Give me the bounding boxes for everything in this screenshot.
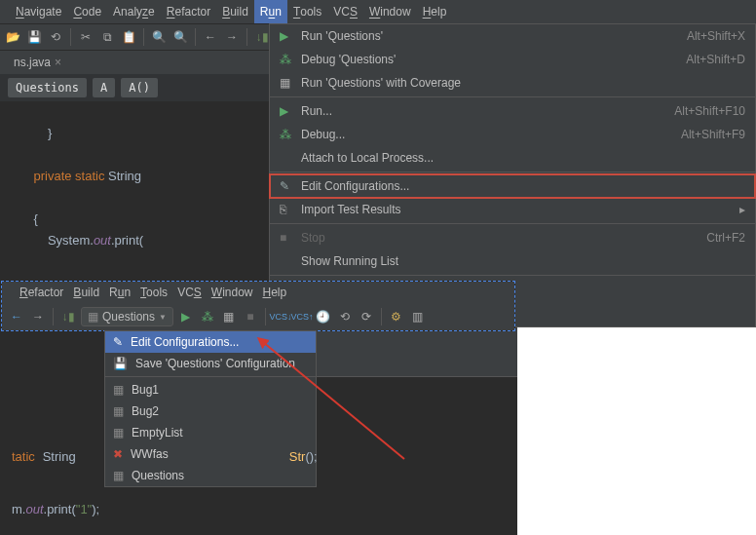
make-icon[interactable]: ↓▮	[59, 308, 77, 325]
structure-icon[interactable]: ▥	[409, 308, 427, 325]
ov-menu-vcs[interactable]: VCS	[177, 286, 202, 299]
cut-icon[interactable]: ✂	[77, 28, 94, 46]
breadcrumb-inner[interactable]: A	[93, 78, 115, 97]
save-icon[interactable]: 💾	[25, 28, 43, 46]
app-icon: ▦	[113, 426, 124, 439]
menu-analyze[interactable]: Analyze	[107, 0, 161, 23]
tab-label: ns.java	[14, 56, 51, 69]
ov-menu-window[interactable]: Window	[211, 286, 253, 299]
back-icon[interactable]: ←	[8, 308, 25, 325]
menu-edit-configurations[interactable]: ✎ Edit Configurations...	[270, 174, 755, 198]
stop-button: ■	[242, 308, 259, 325]
dd-label: Save 'Questions' Configuration	[135, 357, 295, 370]
separator	[70, 28, 71, 46]
second-window-overlay: Refactor Build Run Tools VCS Window Help…	[1, 281, 515, 331]
menu-build[interactable]: Build	[216, 0, 254, 23]
dd-item-bug1[interactable]: ▦ Bug1	[105, 379, 316, 401]
sync-icon[interactable]: ⟲	[47, 28, 64, 46]
dd-item-questions[interactable]: ▦ Questions	[105, 465, 316, 486]
dd-label: Bug2	[132, 404, 159, 418]
menu-debug-dots[interactable]: ⁂ Debug... Alt+Shift+F9	[270, 123, 755, 146]
menu-code[interactable]: Code	[67, 0, 107, 23]
tab-file[interactable]: ns.java ×	[6, 54, 69, 71]
bug-icon: ⁂	[280, 128, 297, 141]
app-icon: ▦	[113, 404, 124, 418]
find-icon[interactable]: 🔍	[150, 28, 168, 46]
submenu-arrow-icon: ▸	[739, 203, 745, 216]
overlay-menubar: Refactor Build Run Tools VCS Window Help	[2, 282, 514, 303]
separator	[270, 172, 755, 172]
play-icon: ▶	[280, 104, 297, 118]
separator	[270, 96, 755, 97]
overlay-code: tatic String Str();	[12, 449, 318, 464]
save-icon: ⎘	[280, 203, 297, 216]
run-config-selector[interactable]: ▦ Questions ▼	[81, 307, 173, 326]
menu-import-test-results[interactable]: ⎘ Import Test Results ▸	[270, 198, 755, 221]
dd-label: Edit Configurations...	[131, 335, 239, 349]
menu-run-coverage[interactable]: ▦ Run 'Questions' with Coverage	[270, 71, 755, 95]
history-icon[interactable]: 🕘	[315, 308, 332, 325]
dd-save-configuration[interactable]: 💾 Save 'Questions' Configuration	[105, 353, 316, 374]
revert-icon[interactable]: ⟲	[336, 308, 354, 325]
ov-menu-help[interactable]: Help	[263, 286, 287, 299]
breadcrumb-class[interactable]: Questions	[8, 78, 87, 97]
vcs-commit-icon[interactable]: VCS↑	[293, 308, 311, 325]
menu-navigate[interactable]: Navigate	[10, 0, 67, 23]
coverage-button[interactable]: ▦	[220, 308, 238, 325]
dd-label: Questions	[132, 469, 184, 482]
menu-window[interactable]: Window	[363, 0, 417, 23]
forward-icon[interactable]: →	[29, 308, 47, 325]
diff-icon[interactable]: ⟳	[358, 308, 375, 325]
run-config-label: Questions	[102, 310, 155, 324]
edit-icon: ✎	[113, 335, 123, 349]
ov-menu-run[interactable]: Run	[109, 286, 131, 299]
menu-attach-process[interactable]: Attach to Local Process...	[270, 146, 755, 170]
back-icon[interactable]: ←	[202, 28, 219, 46]
close-icon[interactable]: ×	[55, 56, 61, 69]
separator	[53, 308, 54, 325]
vcs-update-icon[interactable]: VCS↓	[272, 308, 289, 325]
menu-tools[interactable]: Tools	[287, 0, 327, 23]
app-icon: ▦	[113, 469, 124, 482]
ov-menu-refactor[interactable]: Refactor	[19, 286, 63, 299]
menu-show-running-list[interactable]: Show Running List	[270, 249, 755, 273]
run-button[interactable]: ▶	[177, 308, 195, 325]
dd-item-emptylist[interactable]: ▦ EmptyList	[105, 422, 316, 443]
menu-refactor[interactable]: Refactor	[161, 0, 216, 23]
menu-vcs[interactable]: VCS	[327, 0, 363, 23]
open-icon[interactable]: 📂	[4, 28, 21, 46]
stop-icon: ■	[280, 231, 297, 245]
paste-icon[interactable]: 📋	[120, 28, 137, 46]
forward-icon[interactable]: →	[223, 28, 241, 46]
main-menubar: Navigate Code Analyze Refactor Build Run…	[0, 0, 756, 23]
settings-icon[interactable]: ⚙	[388, 308, 405, 325]
coverage-icon: ▦	[280, 76, 297, 90]
ov-menu-build[interactable]: Build	[73, 286, 99, 299]
play-icon: ▶	[280, 29, 297, 43]
menu-stop: ■ Stop Ctrl+F2	[270, 226, 755, 249]
app-icon: ▦	[88, 310, 98, 324]
separator	[265, 308, 266, 325]
chevron-down-icon: ▼	[159, 313, 167, 322]
separator	[270, 275, 755, 276]
debug-button[interactable]: ⁂	[199, 308, 216, 325]
ov-menu-tools[interactable]: Tools	[140, 286, 168, 299]
save-icon: 💾	[113, 357, 128, 370]
menu-help[interactable]: Help	[417, 0, 453, 23]
breadcrumb-method[interactable]: A()	[121, 78, 158, 97]
menu-run[interactable]: Run	[254, 0, 287, 23]
bug-icon: ⁂	[280, 53, 297, 66]
dd-label: Bug1	[132, 383, 159, 397]
menu-debug-questions[interactable]: ⁂ Debug 'Questions' Alt+Shift+D	[270, 48, 755, 71]
menu-run-questions[interactable]: ▶ Run 'Questions' Alt+Shift+X	[270, 24, 755, 48]
separator	[270, 223, 755, 224]
dd-edit-configurations[interactable]: ✎ Edit Configurations...	[105, 331, 316, 353]
menu-run-dots[interactable]: ▶ Run... Alt+Shift+F10	[270, 99, 755, 123]
copy-icon[interactable]: ⧉	[98, 28, 116, 46]
separator	[105, 376, 316, 377]
code-editor[interactable]: } private static String { System.out.pri…	[19, 101, 143, 273]
separator	[195, 28, 196, 46]
dd-item-bug2[interactable]: ▦ Bug2	[105, 401, 316, 422]
replace-icon[interactable]: 🔍	[171, 28, 189, 46]
separator	[246, 28, 247, 46]
